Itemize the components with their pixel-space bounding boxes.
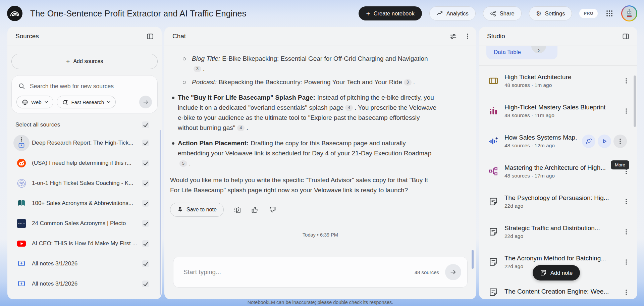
citation-chip[interactable]: 4 [345,105,353,111]
source-row[interactable]: All notes 3/1/2026 [7,254,162,274]
bullet-label: The "Buy It For Life Basecamp" Splash Pa… [178,94,315,101]
source-checkbox[interactable] [142,280,149,287]
analytics-button[interactable]: Analytics [429,6,476,20]
pro-badge: PRO [579,9,598,18]
interactive-mode-button[interactable] [582,135,595,148]
source-title: Deep Research Report: The High-Tick... [32,140,137,146]
source-checkbox[interactable] [142,200,149,207]
settings-button[interactable]: ⚙ Settings [529,6,572,20]
studio-item-hover-actions [582,135,627,148]
kebab-menu-icon[interactable] [622,78,631,84]
bullet-label: Action Plan Placement: [178,140,249,147]
studio-item-row[interactable]: The Psychology of Persuasion: Hig... 22d… [479,187,637,217]
chat-timestamp: Today • 6:39 PM [164,232,476,238]
source-row[interactable]: (USA) I need help determining if this r.… [7,153,162,173]
sources-scrollbar[interactable] [160,130,161,295]
chat-more-menu-icon[interactable] [467,34,468,39]
source-title: AI CEO: THIS is How I'd Make My First ..… [32,240,137,247]
source-checkbox[interactable] [142,180,149,187]
chat-input[interactable] [183,268,415,276]
select-all-checkbox[interactable] [142,121,149,128]
note-icon [540,269,547,276]
pin-icon [177,207,183,213]
source-checkbox[interactable] [142,240,149,247]
create-notebook-button[interactable]: + Create notebook [359,6,422,20]
kebab-menu-icon[interactable] [622,108,631,114]
chat-input-bar: 48 sources [173,257,468,288]
kebab-menu-icon[interactable] [622,199,631,204]
citation-chip[interactable]: 4 [237,125,245,131]
source-row[interactable]: 100+ Sales Acronyms & Abbreviations... [7,193,162,213]
apps-grid-icon[interactable] [605,9,614,18]
studio-item-title: High Ticket Architecture [504,73,616,81]
user-avatar[interactable] [621,5,637,21]
play-button[interactable] [598,135,611,148]
bullet-text: E-Bike Bikepacking: Essential Gear for O… [222,55,428,62]
source-checkbox[interactable] [142,140,149,146]
sources-count-label: 48 sources [415,269,439,275]
add-sources-button[interactable]: + Add sources [11,54,158,69]
studio-scrollbar[interactable] [634,75,636,127]
notebooklm-logo-icon[interactable] [7,5,23,21]
search-submit-button[interactable] [139,96,152,108]
studio-item-meta: 48 sources · 17m ago [504,173,616,179]
kebab-menu-icon[interactable] [622,290,631,295]
message-actions-row: Save to note [170,203,476,217]
source-checkbox[interactable] [142,260,149,267]
flowchart-purple-icon [488,166,499,177]
collapse-sources-panel-icon[interactable] [147,33,154,40]
web-search-card: Web Fast Research [11,75,158,113]
source-checkbox[interactable] [142,160,149,166]
source-row[interactable]: AI CEO: THIS is How I'd Make My First ..… [7,234,162,254]
thumb-up-icon[interactable] [251,206,259,213]
select-all-label: Select all sources [15,121,60,128]
add-note-button[interactable]: Add note [533,265,580,280]
gear-icon: ⚙ [536,10,542,17]
source-row[interactable]: PLECTO 24 Common Sales Acronyms | Plecto [7,213,162,234]
kebab-menu-icon[interactable] [622,229,631,235]
chat-settings-sliders-icon[interactable] [450,33,457,40]
chat-sub-bullet-list: Blog Title:E-Bike Bikepacking: Essential… [170,54,439,87]
source-row[interactable]: All notes 3/1/2026 [7,274,162,294]
studio-list: High Ticket Architecture 48 sources · 1m… [479,66,637,299]
notebooklm-app: The One-Sentence Profit Extractor and AI… [0,0,644,306]
copy-icon[interactable] [234,206,241,213]
data-table-chip[interactable]: Data Table [486,46,557,59]
studio-item-row[interactable]: High Ticket Architecture 48 sources · 1m… [479,66,637,96]
bullet-text: Bikepacking the Backcountry: Powering Yo… [219,79,402,86]
reddit-icon [16,158,27,168]
chat-bullet-item: Action Plan Placement:Drafting the copy … [170,138,439,168]
chat-scrollbar[interactable] [472,250,474,269]
kebab-menu-icon[interactable] [622,259,631,265]
source-row[interactable]: Deep Research Report: The High-Tick... [7,133,162,153]
citation-chip[interactable]: 5 [179,160,187,167]
select-all-row: Select all sources [7,121,162,128]
share-button[interactable]: Share [483,6,522,20]
source-row[interactable]: 1-on-1 High Ticket Sales Coaching - K... [7,173,162,193]
chat-main-bullet-list: The "Buy It For Life Basecamp" Splash Pa… [170,93,439,168]
studio-item-meta: 48 sources · 12m ago [504,143,577,149]
kebab-menu-icon[interactable] [622,169,631,174]
send-button[interactable] [445,264,461,280]
barchart-magenta-icon [488,105,499,117]
citation-chip[interactable]: 3 [194,66,201,72]
studio-item-row[interactable]: High-Ticket Mastery Sales Blueprint 48 s… [479,96,637,126]
more-menu-button[interactable] [613,135,627,148]
studio-item-row[interactable]: Strategic Traffic and Distribution... 22… [479,217,637,247]
source-hover-menu[interactable] [13,135,30,151]
collapse-studio-panel-icon[interactable] [622,33,629,40]
note-icon [488,256,499,268]
studio-item-row[interactable]: How Sales Systems Map... 48 sources · 12… [479,126,637,156]
citation-chip[interactable]: 3 [404,79,412,86]
research-mode-dropdown[interactable]: Fast Research [57,96,116,108]
studio-scroll-area: Data Table › High Ticket Architecture 48… [479,46,637,299]
note-blue-icon [16,138,27,148]
web-search-input[interactable] [30,83,151,90]
studio-item-title: The Content Creation Engine: Wee... [504,288,616,295]
source-checkbox[interactable] [142,220,149,227]
save-to-note-button[interactable]: Save to note [170,203,224,217]
source-title: All notes 3/1/2026 [32,260,137,267]
web-source-type-dropdown[interactable]: Web [16,96,53,108]
plecto-icon: PLECTO [16,218,27,229]
thumb-down-icon[interactable] [269,206,276,213]
